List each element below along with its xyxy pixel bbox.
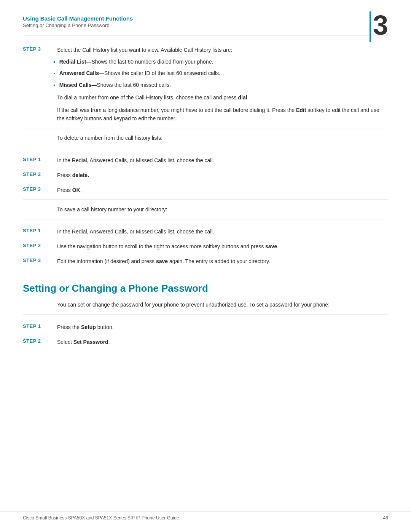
password-step-1-content: Press the Setup button. [57, 323, 388, 331]
step-3-row: STEP 3 Select the Call History list you … [23, 43, 388, 54]
call-history-list: ▪ Redial List—Shows the last 60 numbers … [53, 58, 388, 89]
save-step-1-label: STEP 1 [23, 228, 53, 233]
section-heading: Setting or Changing a Phone Password [23, 283, 388, 294]
save-step-3-label: STEP 3 [23, 257, 53, 263]
edit-para: If the call was from a long distance num… [57, 106, 388, 123]
password-step-1-label: STEP 1 [23, 323, 53, 329]
delete-step-2-label: STEP 2 [23, 171, 53, 177]
list-item-answered: ▪ Answered Calls—Shows the caller ID of … [53, 69, 388, 78]
answered-calls-text: Answered Calls—Shows the caller ID of th… [59, 69, 220, 77]
step-3-label: STEP 3 [23, 46, 53, 52]
divider-2 [23, 148, 388, 148]
bullet-dot-2: ▪ [53, 69, 56, 78]
password-step-1-row: STEP 1 Press the Setup button. [23, 320, 388, 331]
password-step-2-label: STEP 2 [23, 338, 53, 344]
chapter-number-bar [370, 11, 371, 42]
save-intro: To save a call history number to your di… [57, 205, 388, 214]
header-subtitle: Setting or Changing a Phone Password [23, 22, 388, 28]
main-content: STEP 3 Select the Call History list you … [0, 43, 411, 346]
delete-step-2-content: Press delete. [57, 171, 388, 179]
save-step-2-row: STEP 2 Use the navigation button to scro… [23, 240, 388, 251]
list-item-redial: ▪ Redial List—Shows the last 60 numbers … [53, 58, 388, 66]
delete-step-2-row: STEP 2 Press delete. [23, 168, 388, 179]
delete-step-3-label: STEP 3 [23, 186, 53, 192]
divider-6 [23, 315, 388, 315]
divider-3 [23, 200, 388, 200]
password-step-2-row: STEP 2 Select Set Password. [23, 335, 388, 346]
delete-step-1-content: In the Redial, Answered Calls, or Missed… [57, 157, 388, 165]
header: Using Basic Call Management Functions Se… [0, 0, 411, 28]
page-container: Using Basic Call Management Functions Se… [0, 0, 411, 532]
save-step-1-row: STEP 1 In the Redial, Answered Calls, or… [23, 225, 388, 236]
delete-step-1-row: STEP 1 In the Redial, Answered Calls, or… [23, 153, 388, 165]
divider-1 [23, 128, 388, 128]
footer: Cisco Small Business SPA50X and SPA51X S… [0, 511, 411, 521]
delete-step-1-label: STEP 1 [23, 157, 53, 162]
step-3-content: Select the Call History list you want to… [57, 46, 388, 54]
section-intro: You can set or change the password for y… [57, 300, 388, 309]
save-step-1-content: In the Redial, Answered Calls, or Missed… [57, 228, 388, 236]
header-title: Using Basic Call Management Functions [23, 15, 388, 22]
save-step-3-content: Edit the information (if desired) and pr… [57, 257, 388, 265]
bullet-dot-1: ▪ [53, 58, 56, 66]
header-divider [23, 35, 388, 35]
divider-5 [23, 271, 388, 271]
chapter-number: 3 [373, 11, 388, 39]
save-step-3-row: STEP 3 Edit the information (if desired)… [23, 254, 388, 265]
delete-intro: To delete a number from the call history… [57, 134, 388, 142]
save-step-2-content: Use the navigation button to scroll to t… [57, 243, 388, 251]
missed-calls-text: Missed Calls—Shows the last 60 missed ca… [59, 81, 171, 89]
bullet-dot-3: ▪ [53, 81, 56, 89]
delete-step-3-row: STEP 3 Press OK. [23, 183, 388, 194]
dial-para: To dial a number from one of the Call Hi… [57, 93, 388, 102]
divider-4 [23, 219, 388, 219]
footer-left-text: Cisco Small Business SPA50X and SPA51X S… [23, 515, 179, 521]
save-step-2-label: STEP 2 [23, 243, 53, 248]
footer-page-number: 46 [383, 515, 388, 521]
password-step-2-content: Select Set Password. [57, 338, 388, 346]
redial-list-text: Redial List—Shows the last 60 numbers di… [59, 58, 213, 66]
delete-step-3-content: Press OK. [57, 186, 388, 194]
list-item-missed: ▪ Missed Calls—Shows the last 60 missed … [53, 81, 388, 89]
